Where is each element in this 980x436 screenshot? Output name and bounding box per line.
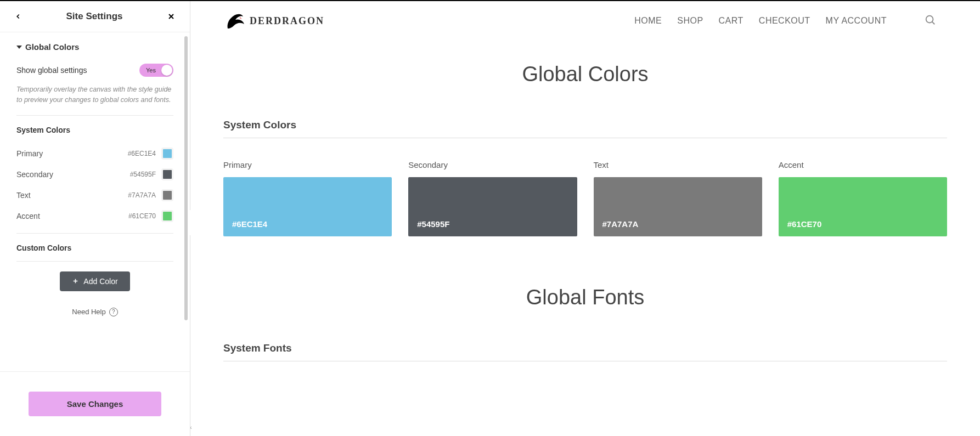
color-hex: #6EC1E4: [128, 150, 156, 157]
swatch-hex: #6EC1E4: [232, 219, 267, 229]
color-hex: #7A7A7A: [128, 191, 156, 199]
system-colors-title: System Colors: [16, 126, 173, 134]
color-hex: #61CE70: [128, 212, 156, 220]
save-changes-button[interactable]: Save Changes: [29, 392, 161, 416]
dragon-logo-icon: [223, 9, 247, 33]
preview-content: Global Colors System Colors Primary #6EC…: [190, 41, 980, 405]
color-hex: #54595F: [130, 171, 156, 178]
search-icon: [924, 14, 936, 26]
custom-colors-title: Custom Colors: [16, 244, 173, 252]
sidebar-footer: Save Changes: [0, 371, 190, 436]
color-name: Text: [16, 191, 31, 200]
back-button[interactable]: [12, 10, 24, 22]
swatch-hex: #54595F: [417, 219, 449, 229]
sidebar-title: Site Settings: [66, 11, 123, 22]
toggle-text: Yes: [146, 67, 156, 73]
color-swatch-primary[interactable]: [161, 148, 173, 160]
color-row-primary: Primary #6EC1E4: [16, 143, 173, 164]
need-help-link[interactable]: Need Help ?: [16, 308, 173, 316]
add-color-button[interactable]: Add Color: [60, 271, 129, 291]
preview-pane: DERDRAGON HOME SHOP CART CHECKOUT MY ACC…: [190, 0, 980, 436]
swatch-hex: #7A7A7A: [602, 219, 639, 229]
nav-link-account[interactable]: MY ACCOUNT: [826, 16, 887, 26]
sidebar-body: Global Colors Show global settings Yes T…: [0, 32, 190, 371]
close-icon: [167, 12, 176, 21]
nav-link-cart[interactable]: CART: [719, 16, 744, 26]
swatch-label: Primary: [223, 160, 392, 169]
color-swatch-accent[interactable]: [161, 210, 173, 222]
help-icon: ?: [109, 308, 118, 316]
swatch-block: #61CE70: [779, 177, 947, 236]
svg-point-5: [926, 16, 933, 23]
color-name: Accent: [16, 212, 40, 220]
help-text: Temporarily overlay the canvas with the …: [16, 84, 173, 105]
caret-down-icon: [16, 44, 22, 50]
swatch-hex: #61CE70: [787, 219, 822, 229]
svg-marker-2: [16, 46, 22, 49]
main-nav: HOME SHOP CART CHECKOUT MY ACCOUNT: [634, 14, 936, 28]
section-toggle-global-colors[interactable]: Global Colors: [16, 42, 173, 52]
system-colors-heading: System Colors: [223, 119, 947, 131]
color-row-text: Text #7A7A7A: [16, 185, 173, 206]
svg-line-6: [932, 22, 935, 25]
toggle-knob: [161, 65, 172, 76]
swatch-block: #54595F: [408, 177, 577, 236]
settings-sidebar: Site Settings Global Colors Show global …: [0, 1, 190, 436]
scrollbar[interactable]: [184, 36, 188, 359]
swatch-label: Secondary: [408, 160, 577, 169]
swatch-grid: Primary #6EC1E4 Secondary #54595F Text #…: [223, 160, 947, 236]
swatch-card-secondary: Secondary #54595F: [408, 160, 577, 236]
divider: [16, 233, 173, 234]
nav-link-shop[interactable]: SHOP: [677, 16, 703, 26]
nav-link-checkout[interactable]: CHECKOUT: [759, 16, 810, 26]
rule: [223, 138, 947, 138]
color-name: Primary: [16, 149, 43, 158]
chevron-left-icon: ‹: [190, 424, 198, 432]
search-button[interactable]: [924, 14, 936, 28]
swatch-label: Text: [594, 160, 762, 169]
global-colors-heading: Global Colors: [223, 63, 947, 86]
plus-icon: [72, 278, 79, 285]
show-global-settings-row: Show global settings Yes: [16, 64, 173, 77]
swatch-card-text: Text #7A7A7A: [594, 160, 762, 236]
divider: [16, 261, 173, 262]
swatch-card-primary: Primary #6EC1E4: [223, 160, 392, 236]
scrollbar-thumb[interactable]: [184, 36, 188, 320]
color-row-secondary: Secondary #54595F: [16, 164, 173, 185]
swatch-block: #7A7A7A: [594, 177, 762, 236]
divider: [16, 115, 173, 116]
color-swatch-text[interactable]: [161, 189, 173, 201]
show-global-label: Show global settings: [16, 66, 87, 75]
global-fonts-heading: Global Fonts: [223, 286, 947, 309]
close-button[interactable]: [165, 10, 178, 23]
nav-link-home[interactable]: HOME: [634, 16, 662, 26]
section-label: Global Colors: [25, 42, 79, 52]
site-logo[interactable]: DERDRAGON: [223, 9, 324, 33]
swatch-card-accent: Accent #61CE70: [779, 160, 947, 236]
rule: [223, 361, 947, 361]
color-name: Secondary: [16, 170, 53, 179]
swatch-block: #6EC1E4: [223, 177, 392, 236]
need-help-label: Need Help: [72, 308, 105, 316]
site-topbar: DERDRAGON HOME SHOP CART CHECKOUT MY ACC…: [190, 1, 980, 41]
show-global-toggle[interactable]: Yes: [139, 64, 173, 77]
color-swatch-secondary[interactable]: [161, 168, 173, 180]
chevron-left-icon: [14, 13, 22, 20]
add-color-label: Add Color: [83, 277, 117, 286]
system-fonts-heading: System Fonts: [223, 342, 947, 354]
swatch-label: Accent: [779, 160, 947, 169]
logo-text: DERDRAGON: [250, 15, 324, 27]
sidebar-header: Site Settings: [0, 1, 190, 32]
color-row-accent: Accent #61CE70: [16, 206, 173, 227]
